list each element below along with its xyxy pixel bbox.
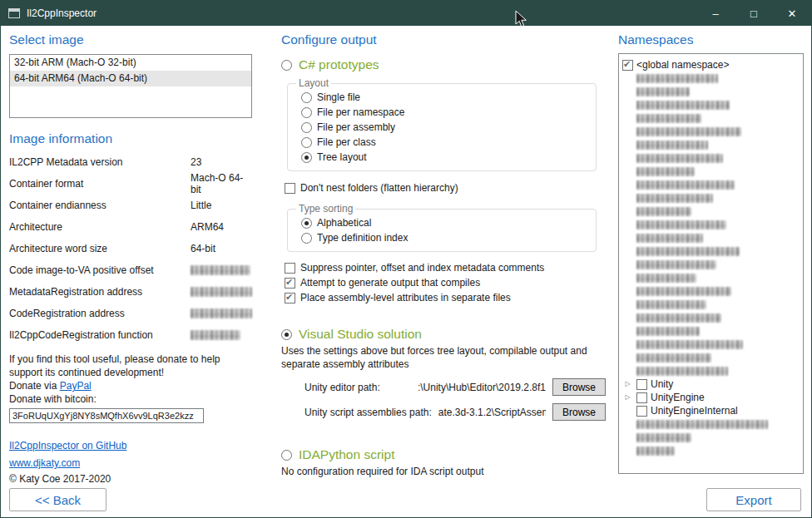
namespace-row [622,284,800,298]
vs-solution-option[interactable]: Visual Studio solution [281,327,608,342]
namespace-row[interactable]: UnityEngineInternal [622,404,800,417]
info-value: Mach-O 64-bit [191,172,252,195]
unity-script-path-value[interactable]: ate.3d-3.1.2\ScriptAssemblies [438,407,546,418]
info-key: Architecture [9,221,191,233]
radio-button[interactable] [301,107,312,118]
unity-script-path-row: Unity script assemblies path: ate.3d-3.1… [304,403,606,421]
namespace-row[interactable]: ▷Unity [622,377,800,391]
sorting-option-row[interactable]: Type definition index [301,230,589,245]
paypal-link[interactable]: PayPal [60,380,92,392]
radio-button[interactable] [301,152,312,163]
radio-button[interactable] [281,329,292,340]
csharp-prototypes-option[interactable]: C# prototypes [281,57,608,72]
blurred-namespace [636,340,743,349]
radio-button[interactable] [281,60,292,71]
image-info-header: Image information [9,131,252,146]
namespace-row [622,125,800,138]
mouse-cursor [515,10,527,28]
namespace-checkbox[interactable] [636,379,647,390]
blurred-namespace [636,367,728,376]
image-listbox[interactable]: 32-bit ARM (Mach-O 32-bit)64-bit ARM64 (… [9,54,252,118]
website-link[interactable]: www.djkaty.com [9,457,80,469]
image-list-item[interactable]: 64-bit ARM64 (Mach-O 64-bit) [10,71,251,86]
bitcoin-address-input[interactable] [9,408,204,423]
blurred-namespace [636,274,696,283]
layout-option-row[interactable]: File per class [301,135,589,150]
namespace-row [622,231,800,244]
layout-options: Single fileFile per namespaceFile per as… [295,90,589,165]
namespace-row[interactable]: ▷UnityEngine [622,391,800,404]
expander-icon[interactable]: ▷ [622,377,633,391]
back-button[interactable]: << Back [9,488,106,511]
namespace-checkbox[interactable] [636,392,647,403]
layout-option-row[interactable]: Tree layout [301,150,589,165]
blurred-namespace [636,353,711,363]
unity-editor-path-value[interactable]: :\Unity\Hub\Editor\2019.2.8f1 [387,382,546,393]
output-checkbox-row[interactable]: Attempt to generate output that compiles [285,275,608,290]
blurred-namespace [636,300,706,309]
output-checkbox-row[interactable]: Place assembly-level attributes in separ… [285,290,608,305]
radio-button[interactable] [301,92,312,103]
info-value: ARM64 [191,221,224,233]
namespace-row [622,178,800,191]
blurred-namespace [636,114,701,123]
minimize-button[interactable]: – [696,1,735,26]
namespace-row[interactable]: <global namespace> [622,58,800,72]
info-row: Architecture word size64-bit [9,238,252,259]
maximize-button[interactable]: □ [735,1,773,26]
namespace-row [622,111,800,125]
export-button[interactable]: Export [706,488,801,511]
github-link[interactable]: Il2CppInspector on GitHub [9,440,126,451]
unity-editor-browse-button[interactable]: Browse [552,378,606,396]
donate-text: If you find this tool useful, please don… [9,353,247,379]
info-key: Architecture word size [9,243,191,254]
info-row: Container endiannessLittle [9,195,252,216]
checkbox[interactable] [285,293,295,303]
namespace-row [622,444,800,457]
info-row: Container formatMach-O 64-bit [9,173,252,195]
radio-button[interactable] [301,233,312,244]
namespaces-header: Namespaces [618,32,804,47]
select-image-header: Select image [9,32,252,47]
info-key: IL2CPP Metadata version [9,156,191,168]
layout-option-row[interactable]: Single file [301,90,589,105]
expander-icon[interactable]: ▷ [622,391,633,404]
blurred-namespace [636,420,768,429]
idapython-option[interactable]: IDAPython script [281,447,608,462]
layout-option-row[interactable]: File per namespace [301,105,589,120]
unity-script-path-label: Unity script assemblies path: [304,407,432,418]
namespace-row [622,324,800,338]
output-checkbox-row[interactable]: Suppress pointer, offset and index metad… [285,260,608,275]
checkbox[interactable] [285,263,295,274]
unity-script-browse-button[interactable]: Browse [552,403,606,421]
blurred-namespace [636,260,716,269]
blurred-value [191,265,250,275]
radio-button[interactable] [301,218,312,229]
titlebar[interactable]: Il2CppInspector – □ ✕ [1,1,811,26]
blurred-namespace [636,87,690,96]
namespace-label: UnityEngine [651,392,705,403]
blurred-namespace [636,180,735,190]
blurred-namespace [636,433,691,442]
checkbox[interactable] [285,278,295,289]
blurred-namespace [636,167,695,176]
layout-option-row[interactable]: File per assembly [301,120,589,135]
radio-button[interactable] [301,122,312,133]
sorting-option-row[interactable]: Alphabetical [301,215,589,230]
radio-button[interactable] [301,137,312,148]
info-row: ArchitectureARM64 [9,216,252,238]
radio-button[interactable] [281,450,292,461]
namespace-checkbox[interactable] [622,60,633,71]
namespace-row [622,244,800,258]
namespace-row [622,138,800,151]
close-button[interactable]: ✕ [773,1,811,26]
blurred-namespace [636,247,740,256]
info-row: Il2CppCodeRegistration function [9,324,252,346]
namespace-tree[interactable]: <global namespace>▷Unity▷UnityEngineUnit… [618,53,804,474]
image-list-item[interactable]: 32-bit ARM (Mach-O 32-bit) [10,55,251,71]
checkbox[interactable] [285,183,295,194]
flatten-checkbox-row[interactable]: Don't nest folders (flatten hierarchy) [285,180,608,195]
namespace-checkbox[interactable] [636,406,647,417]
sorting-option-label: Alphabetical [317,217,371,229]
namespace-row [622,205,800,218]
